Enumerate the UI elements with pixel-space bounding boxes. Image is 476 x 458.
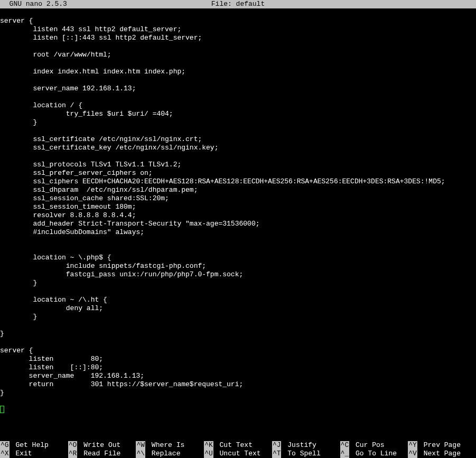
editor-line: ssl_protocols TLSv1 TLSv1.1 TLSv1.2; — [0, 161, 476, 169]
editor-line: return 301 https://$server_name$request_… — [0, 380, 476, 389]
editor-line — [0, 59, 476, 68]
shortcut[interactable]: ^C Cur Pos — [340, 441, 408, 450]
editor-line — [0, 93, 476, 101]
shortcut-key: ^W — [136, 441, 145, 450]
editor-line: ssl_certificate_key /etc/nginx/ssl/nginx… — [0, 144, 476, 152]
shortcut[interactable]: ^W Where Is — [136, 441, 204, 450]
editor-line: index index.html index.htm index.php; — [0, 68, 476, 76]
shortcut-label: Write Out — [79, 441, 120, 450]
editor-line: server { — [0, 17, 476, 25]
shortcut-key: ^_ — [340, 450, 350, 458]
editor-line — [0, 338, 476, 347]
shortcut[interactable]: ^_ Go To Line — [340, 450, 408, 458]
editor-line — [0, 76, 476, 85]
editor-line: fastcgi_pass unix:/run/php/php7.0-fpm.so… — [0, 270, 476, 279]
shortcut-label: Replace — [147, 450, 180, 458]
file-name: File: default — [211, 0, 265, 8]
shortcut-key: ^J — [272, 441, 282, 450]
shortcut-label: To Spell — [283, 450, 320, 458]
shortcut-key: ^K — [204, 441, 213, 450]
shortcut[interactable]: ^G Get Help — [0, 441, 68, 450]
shortcut-label: Next Page — [419, 450, 461, 458]
editor-line: include snippets/fastcgi-php.conf; — [0, 262, 476, 270]
shortcut-key: ^X — [0, 450, 10, 458]
shortcut[interactable]: ^O Write Out — [68, 441, 136, 450]
shortcut-label: Get Help — [12, 441, 49, 450]
editor-line: deny all; — [0, 304, 476, 313]
shortcut-label: Cur Pos — [351, 441, 384, 450]
app-name: GNU nano 2.5.3 — [0, 0, 67, 8]
editor-line — [0, 8, 476, 17]
shortcut-label: Where Is — [147, 441, 184, 450]
shortcut-key: ^V — [408, 450, 417, 458]
shortcut[interactable]: ^Y Prev Page — [408, 441, 476, 450]
editor-line: location / { — [0, 101, 476, 110]
cursor-line — [0, 406, 476, 414]
editor-line — [0, 152, 476, 161]
editor-line: listen [::]:80; — [0, 363, 476, 372]
editor-line: add_header Strict-Transport-Security "ma… — [0, 220, 476, 228]
editor-line: server_name 192.168.1.13; — [0, 372, 476, 380]
editor-line: ssl_ciphers EECDH+CHACHA20:EECDH+AES128:… — [0, 177, 476, 186]
editor-line: ssl_session_cache shared:SSL:20m; — [0, 194, 476, 203]
editor-line: location ~ /\.ht { — [0, 296, 476, 304]
editor-line: try_files $uri $uri/ =404; — [0, 110, 476, 118]
shortcut[interactable]: ^K Cut Text — [204, 441, 272, 450]
editor-line — [0, 237, 476, 245]
editor-line: location ~ \.php$ { — [0, 254, 476, 262]
shortcut[interactable]: ^\ Replace — [136, 450, 204, 458]
shortcut-key: ^C — [340, 441, 350, 450]
editor-line: listen 443 ssl http2 default_server; — [0, 25, 476, 34]
shortcut[interactable]: ^U Uncut Text — [204, 450, 272, 458]
shortcut-key: ^U — [204, 450, 213, 458]
editor-line: ssl_certificate /etc/nginx/ssl/nginx.crt… — [0, 135, 476, 144]
shortcut-key: ^\ — [136, 450, 145, 458]
shortcut-key: ^O — [68, 441, 78, 450]
shortcut-label: Go To Line — [351, 450, 397, 458]
shortcut[interactable]: ^R Read File — [68, 450, 136, 458]
title-bar: GNU nano 2.5.3 File: default — [0, 0, 476, 8]
shortcut-label: Justify — [283, 441, 316, 450]
shortcut-label: Read File — [79, 450, 120, 458]
shortcut[interactable]: ^V Next Page — [408, 450, 476, 458]
shortcut[interactable]: ^X Exit — [0, 450, 68, 458]
shortcut-key: ^G — [0, 441, 10, 450]
editor-line: listen 80; — [0, 355, 476, 363]
editor-line — [0, 397, 476, 406]
editor-line: #includeSubDomains" always; — [0, 228, 476, 237]
shortcut-label: Cut Text — [216, 441, 253, 450]
editor-line — [0, 127, 476, 135]
shortcut[interactable]: ^J Justify — [272, 441, 340, 450]
cursor — [0, 406, 4, 413]
editor-line: resolver 8.8.8.8 8.8.4.4; — [0, 211, 476, 220]
shortcut-key: ^T — [272, 450, 282, 458]
shortcut-label: Uncut Text — [216, 450, 261, 458]
shortcut-key: ^Y — [408, 441, 417, 450]
editor-line: ssl_session_timeout 180m; — [0, 203, 476, 211]
shortcut[interactable]: ^T To Spell — [272, 450, 340, 458]
editor-line: ssl_dhparam /etc/nginx/ssl/dhparam.pem; — [0, 186, 476, 194]
editor-line: server { — [0, 347, 476, 355]
editor-area[interactable]: server { listen 443 ssl http2 default_se… — [0, 8, 476, 414]
shortcut-bar: ^G Get Help^O Write Out^W Where Is^K Cut… — [0, 441, 476, 458]
editor-line: } — [0, 279, 476, 287]
editor-line: listen [::]:443 ssl http2 default_server… — [0, 34, 476, 42]
shortcut-label: Prev Page — [419, 441, 461, 450]
shortcut-label: Exit — [12, 450, 32, 458]
editor-line — [0, 287, 476, 296]
editor-line — [0, 245, 476, 254]
editor-line: ssl_prefer_server_ciphers on; — [0, 169, 476, 177]
editor-line: } — [0, 118, 476, 127]
editor-line: root /var/www/html; — [0, 51, 476, 59]
editor-line: } — [0, 313, 476, 321]
editor-line: server_name 192.168.1.13; — [0, 85, 476, 93]
editor-line: } — [0, 389, 476, 397]
shortcut-key: ^R — [68, 450, 78, 458]
editor-line — [0, 42, 476, 51]
editor-line — [0, 321, 476, 330]
editor-line: } — [0, 330, 476, 338]
